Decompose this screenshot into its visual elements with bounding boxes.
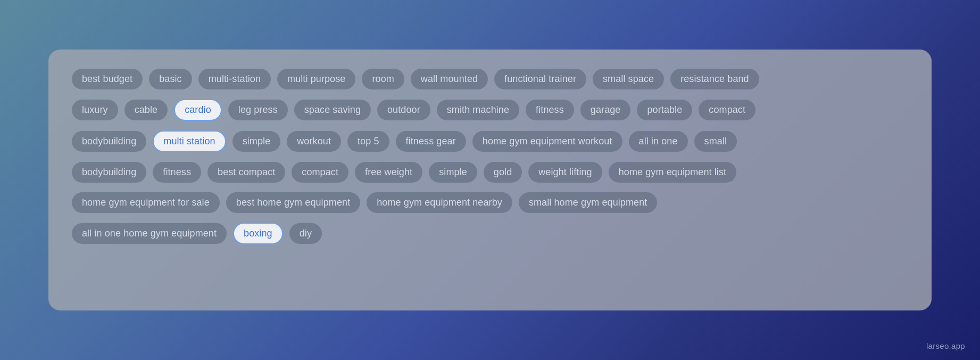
tag-simple[interactable]: simple — [232, 131, 281, 152]
tag-home-gym-equipment-list[interactable]: home gym equipment list — [609, 162, 736, 183]
tag-fitness-gear[interactable]: fitness gear — [396, 131, 466, 152]
tags-row-1: luxurycablecardioleg pressspace savingou… — [72, 99, 908, 121]
tag-all-in-one[interactable]: all in one — [629, 131, 688, 152]
tag-cardio[interactable]: cardio — [174, 99, 222, 121]
tag-space-saving[interactable]: space saving — [294, 100, 371, 120]
tag-fitness[interactable]: fitness — [526, 100, 574, 120]
tag-small-space[interactable]: small space — [593, 69, 664, 89]
tags-row-4: home gym equipment for salebest home gym… — [72, 192, 908, 213]
tag-fitness[interactable]: fitness — [153, 162, 201, 183]
tag-bodybuilding[interactable]: bodybuilding — [72, 131, 146, 152]
tag-basic[interactable]: basic — [149, 69, 192, 89]
tag-functional-trainer[interactable]: functional trainer — [494, 69, 586, 89]
tag-garage[interactable]: garage — [580, 100, 631, 120]
tags-container: best budgetbasicmulti-stationmulti purpo… — [72, 69, 908, 244]
tag-bodybuilding[interactable]: bodybuilding — [72, 162, 146, 183]
tag-diy[interactable]: diy — [289, 223, 322, 244]
tag-multi-station[interactable]: multi-station — [198, 69, 271, 89]
tag-portable[interactable]: portable — [637, 100, 692, 120]
tag-weight-lifting[interactable]: weight lifting — [528, 162, 602, 183]
tag-multi-station[interactable]: multi station — [153, 130, 226, 152]
tags-card: best budgetbasicmulti-stationmulti purpo… — [48, 50, 932, 310]
tag-cable[interactable]: cable — [124, 100, 168, 120]
tag-home-gym-equipment-workout[interactable]: home gym equipment workout — [472, 131, 622, 152]
tag-best-budget[interactable]: best budget — [72, 69, 143, 89]
tag-gold[interactable]: gold — [484, 162, 522, 183]
tag-workout[interactable]: workout — [287, 131, 341, 152]
tag-boxing[interactable]: boxing — [233, 223, 283, 244]
tags-row-2: bodybuildingmulti stationsimpleworkoutto… — [72, 130, 908, 152]
tag-resistance-band[interactable]: resistance band — [670, 69, 759, 89]
tag-best-compact[interactable]: best compact — [207, 162, 285, 183]
tag-all-in-one-home-gym-equipment[interactable]: all in one home gym equipment — [72, 223, 227, 244]
tag-outdoor[interactable]: outdoor — [377, 100, 430, 120]
tag-simple[interactable]: simple — [429, 162, 477, 183]
tags-row-0: best budgetbasicmulti-stationmulti purpo… — [72, 69, 908, 89]
tag-leg-press[interactable]: leg press — [228, 100, 288, 120]
watermark: larseo.app — [926, 341, 965, 350]
tag-compact[interactable]: compact — [292, 162, 348, 183]
tag-multi-purpose[interactable]: multi purpose — [277, 69, 355, 89]
tag-best-home-gym-equipment[interactable]: best home gym equipment — [226, 192, 360, 213]
tag-luxury[interactable]: luxury — [72, 100, 118, 120]
tags-row-3: bodybuildingfitnessbest compactcompactfr… — [72, 162, 908, 183]
tag-compact[interactable]: compact — [699, 100, 755, 120]
tag-small-home-gym-equipment[interactable]: small home gym equipment — [519, 192, 658, 213]
tag-home-gym-equipment-nearby[interactable]: home gym equipment nearby — [367, 192, 512, 213]
tag-room[interactable]: room — [362, 69, 404, 89]
tag-home-gym-equipment-for-sale[interactable]: home gym equipment for sale — [72, 192, 220, 213]
tag-free-weight[interactable]: free weight — [355, 162, 422, 183]
tag-smith-machine[interactable]: smith machine — [437, 100, 519, 120]
tags-row-5: all in one home gym equipmentboxingdiy — [72, 223, 908, 244]
tag-small[interactable]: small — [694, 131, 737, 152]
tag-wall-mounted[interactable]: wall mounted — [411, 69, 488, 89]
tag-top-5[interactable]: top 5 — [347, 131, 389, 152]
